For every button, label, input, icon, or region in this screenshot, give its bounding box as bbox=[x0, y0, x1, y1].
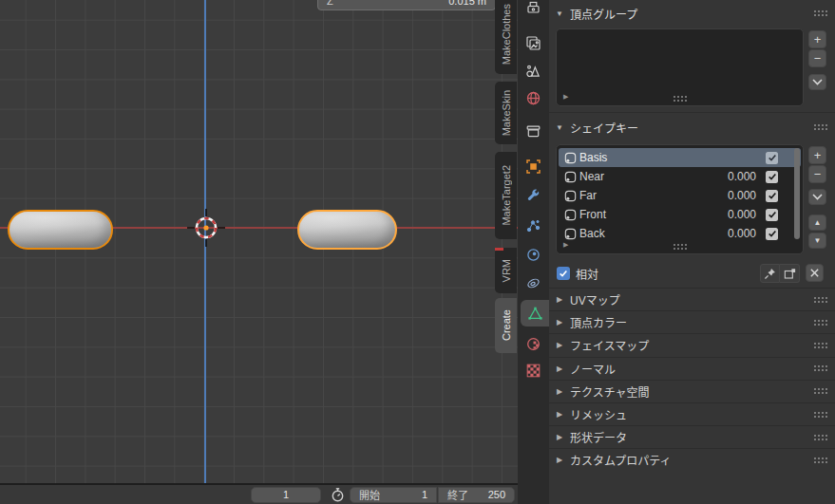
operator-z-field[interactable]: Z 0.015 m bbox=[317, 0, 496, 10]
tab-makeclothes[interactable]: MakeClothes bbox=[495, 0, 517, 74]
capsule-object-left[interactable] bbox=[8, 210, 113, 250]
expand-triangle-icon: ▶ bbox=[549, 364, 570, 373]
panel-grip-handle[interactable] bbox=[813, 296, 827, 303]
frame-start-field[interactable]: 開始 1 bbox=[350, 487, 437, 503]
shape-key-value[interactable]: 0.000 bbox=[705, 189, 756, 202]
tab-makeskin[interactable]: MakeSkin bbox=[495, 82, 517, 144]
shape-key-mute-checkbox[interactable] bbox=[766, 190, 778, 202]
list-resize-grip[interactable] bbox=[673, 243, 687, 250]
shape-key-mute-checkbox[interactable] bbox=[766, 152, 778, 164]
frame-end-field[interactable]: 終了 250 bbox=[438, 487, 515, 503]
remove-vertex-group-button[interactable]: − bbox=[808, 49, 826, 67]
frame-start-label: 開始 bbox=[359, 487, 380, 502]
panel-label: ノーマル bbox=[570, 361, 616, 377]
tab-vrm-label: VRM bbox=[501, 259, 512, 282]
list-filter-row: ▶ bbox=[557, 240, 803, 252]
shape-key-row-near[interactable]: Near 0.000 bbox=[557, 167, 803, 186]
preview-range-toggle[interactable] bbox=[327, 486, 348, 503]
panel-grip-handle[interactable] bbox=[813, 342, 827, 348]
tab-output-properties[interactable] bbox=[518, 0, 549, 21]
stopwatch-icon bbox=[330, 487, 346, 503]
texture-checker-icon bbox=[525, 363, 541, 379]
list-resize-grip[interactable] bbox=[673, 95, 687, 102]
shape-key-row-far[interactable]: Far 0.000 bbox=[557, 186, 803, 205]
collapse-triangle-icon: ▼ bbox=[549, 9, 570, 18]
tab-object-data-properties[interactable] bbox=[521, 300, 549, 327]
shapekey-icon bbox=[560, 189, 579, 203]
panel-vertex-colors[interactable]: ▶ 頂点カラー bbox=[549, 310, 835, 333]
shape-keys-panel-header[interactable]: ▼ シェイプキー bbox=[549, 117, 835, 138]
panel-normals[interactable]: ▶ ノーマル bbox=[549, 357, 835, 380]
tab-texture-properties[interactable] bbox=[518, 357, 549, 383]
relative-checkbox[interactable] bbox=[557, 267, 570, 280]
shape-key-mute-checkbox[interactable] bbox=[766, 228, 778, 240]
shape-key-value[interactable]: 0.000 bbox=[705, 208, 756, 221]
shape-key-row-basis[interactable]: Basis bbox=[559, 148, 801, 167]
filter-expand-icon[interactable]: ▶ bbox=[563, 241, 568, 249]
add-vertex-group-button[interactable]: + bbox=[808, 30, 826, 48]
shape-key-mute-checkbox[interactable] bbox=[766, 171, 778, 183]
tab-constraint-properties[interactable] bbox=[518, 270, 549, 296]
expand-triangle-icon: ▶ bbox=[549, 433, 570, 441]
panel-texture-space[interactable]: ▶ テクスチャ空間 bbox=[549, 380, 835, 402]
panel-uv-maps[interactable]: ▶ UVマップ bbox=[549, 288, 835, 310]
tab-material-properties[interactable] bbox=[518, 330, 549, 357]
clear-shape-keys-button[interactable] bbox=[806, 264, 824, 282]
vertex-groups-list[interactable]: ▶ bbox=[556, 28, 804, 106]
remove-shape-key-button[interactable]: − bbox=[808, 165, 826, 183]
panel-grip-handle[interactable] bbox=[813, 434, 827, 440]
pin-shape-key-button[interactable] bbox=[760, 264, 780, 283]
shape-key-mute-checkbox[interactable] bbox=[766, 209, 778, 221]
shape-key-value[interactable]: 0.000 bbox=[705, 227, 756, 240]
panel-grip-handle[interactable] bbox=[813, 387, 827, 394]
panel-grip-handle[interactable] bbox=[813, 319, 827, 326]
viewport-3d[interactable]: Z 0.015 m bbox=[0, 0, 518, 483]
object-brackets-icon bbox=[525, 159, 541, 175]
panel-geometry-data[interactable]: ▶ 形状データ bbox=[549, 425, 835, 448]
tab-vrm[interactable]: VRM bbox=[495, 248, 517, 293]
tab-physics-properties[interactable] bbox=[518, 241, 549, 268]
vertex-groups-panel-header[interactable]: ▼ 頂点グループ bbox=[549, 3, 835, 24]
vertex-group-specials-button[interactable] bbox=[808, 74, 826, 90]
tab-particle-properties[interactable] bbox=[518, 213, 549, 239]
panel-face-maps[interactable]: ▶ フェイスマップ bbox=[549, 333, 835, 356]
capsule-object-right[interactable] bbox=[297, 210, 397, 250]
list-scrollbar[interactable] bbox=[794, 148, 800, 239]
tab-modifier-properties[interactable] bbox=[518, 181, 549, 208]
vertex-select-icon bbox=[783, 267, 797, 281]
tab-object-properties[interactable] bbox=[518, 153, 549, 179]
shape-keys-title: シェイプキー bbox=[570, 120, 638, 136]
filter-expand-icon[interactable]: ▶ bbox=[563, 93, 568, 101]
tab-maketarget2[interactable]: MakeTarget2 bbox=[495, 152, 517, 239]
add-shape-key-button[interactable]: + bbox=[808, 146, 826, 164]
tab-collection-properties[interactable] bbox=[518, 118, 549, 144]
tab-create[interactable]: Create bbox=[495, 298, 517, 353]
panel-label: フェイスマップ bbox=[570, 337, 649, 353]
shape-key-value[interactable]: 0.000 bbox=[705, 170, 756, 183]
shape-key-name: Near bbox=[579, 170, 705, 183]
panel-custom-properties[interactable]: ▶ カスタムプロパティ bbox=[549, 448, 835, 471]
collapse-triangle-icon: ▼ bbox=[549, 123, 570, 132]
tab-scene-properties[interactable] bbox=[518, 58, 549, 84]
shape-key-specials-button[interactable] bbox=[808, 189, 826, 205]
tab-world-properties[interactable] bbox=[518, 84, 549, 111]
panel-grip-handle[interactable] bbox=[813, 364, 827, 371]
move-shape-key-down-button[interactable]: ▼ bbox=[808, 233, 826, 249]
panel-grip-handle[interactable] bbox=[813, 9, 827, 16]
vertex-groups-title: 頂点グループ bbox=[570, 6, 637, 22]
move-shape-key-up-button[interactable]: ▲ bbox=[808, 215, 826, 231]
panel-grip-handle[interactable] bbox=[813, 457, 827, 463]
timeline-header: 1 開始 1 終了 250 bbox=[0, 483, 518, 504]
particles-icon bbox=[525, 218, 541, 234]
shape-key-row-front[interactable]: Front 0.000 bbox=[557, 205, 803, 224]
panel-remesh[interactable]: ▶ リメッシュ bbox=[549, 402, 835, 425]
panel-label: リメッシュ bbox=[570, 406, 627, 422]
tab-create-label: Create bbox=[501, 309, 512, 341]
panel-grip-handle[interactable] bbox=[813, 123, 827, 130]
tab-view-layer-properties[interactable] bbox=[518, 29, 549, 56]
pin-icon bbox=[763, 267, 777, 281]
panel-grip-handle[interactable] bbox=[813, 411, 827, 418]
current-frame-field[interactable]: 1 bbox=[251, 487, 321, 503]
constraints-icon bbox=[525, 275, 541, 291]
edit-mode-display-button[interactable] bbox=[780, 264, 800, 283]
